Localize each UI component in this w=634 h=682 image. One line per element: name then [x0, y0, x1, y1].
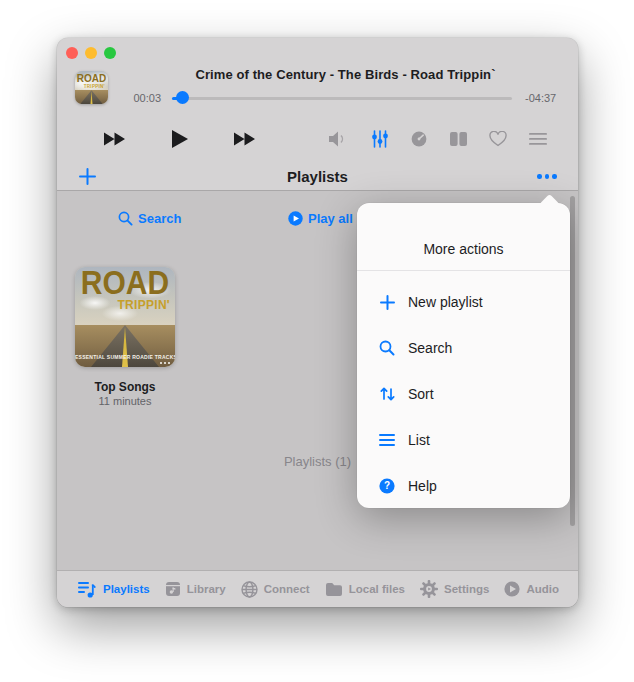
minimize-window-button[interactable] — [85, 47, 97, 59]
menu-item-search[interactable]: Search — [357, 325, 570, 371]
menu-item-help[interactable]: ? Help — [357, 463, 570, 509]
tab-playlists[interactable]: Playlists — [78, 581, 150, 598]
tab-label: Playlists — [103, 583, 150, 595]
play-all-label: Play all — [308, 211, 353, 226]
album-art-mini: ROAD TRIPPIN' — [75, 71, 108, 104]
svg-text:?: ? — [384, 480, 390, 491]
page-title: Playlists — [57, 168, 578, 185]
progress-slider[interactable] — [172, 97, 512, 100]
tab-local-files[interactable]: Local files — [325, 582, 405, 597]
tab-connect[interactable]: Connect — [241, 581, 310, 598]
playlist-duration: 11 minutes — [57, 395, 195, 407]
play-all-link[interactable]: Play all — [288, 211, 353, 226]
song-title: Crime of the Century - The Birds - Road … — [115, 67, 576, 82]
tab-settings[interactable]: Settings — [420, 580, 489, 598]
tab-label: Connect — [264, 583, 310, 595]
settings-gear-icon — [420, 580, 438, 598]
sort-icon — [378, 386, 396, 402]
bottom-tab-bar: Playlists Library Connect Local files — [57, 570, 578, 607]
elapsed-time: 00:03 — [127, 92, 161, 104]
menu-item-new-playlist[interactable]: New playlist — [357, 279, 570, 325]
search-icon — [378, 340, 396, 356]
search-link[interactable]: Search — [118, 211, 181, 226]
album-art-caption: ESSENTIAL SUMMER ROADIE TRACKS — [75, 354, 175, 360]
play-button[interactable] — [172, 130, 188, 148]
folder-icon — [325, 582, 343, 597]
playlist-name: Top Songs — [57, 380, 195, 394]
columns-view-icon[interactable] — [450, 132, 467, 146]
menu-item-label: List — [408, 432, 430, 448]
play-all-icon — [288, 211, 303, 226]
progress-knob[interactable] — [176, 91, 189, 104]
search-link-label: Search — [138, 211, 181, 226]
playlist-tile[interactable]: ROAD TRIPPIN' ESSENTIAL SUMMER ROADIE TR… — [75, 267, 175, 367]
tab-label: Audio — [526, 583, 559, 595]
menu-item-sort[interactable]: Sort — [357, 371, 570, 417]
queue-menu-icon[interactable] — [529, 133, 547, 145]
connect-globe-icon — [241, 581, 258, 598]
menu-item-label: Help — [408, 478, 437, 494]
search-icon — [118, 211, 133, 226]
menu-item-label: Sort — [408, 386, 434, 402]
menu-item-list[interactable]: List — [357, 417, 570, 463]
popover-title: More actions — [357, 203, 570, 271]
album-art-title: ROAD — [75, 267, 175, 299]
equalizer-icon[interactable] — [371, 130, 389, 148]
plus-icon — [378, 295, 396, 310]
audio-play-icon — [504, 581, 520, 597]
menu-item-label: New playlist — [408, 294, 483, 310]
tab-label: Library — [187, 583, 226, 595]
help-icon: ? — [378, 478, 396, 494]
more-actions-button[interactable] — [537, 174, 557, 179]
menu-item-label: Search — [408, 340, 452, 356]
next-button[interactable] — [234, 132, 256, 146]
tab-label: Settings — [444, 583, 489, 595]
library-icon — [165, 581, 181, 597]
album-art-title: ROAD — [75, 74, 108, 85]
favorite-heart-icon[interactable] — [489, 131, 507, 147]
playlists-icon — [78, 581, 97, 598]
album-art-subtitle: TRIPPIN' — [117, 298, 170, 312]
tab-label: Local files — [349, 583, 405, 595]
tab-audio[interactable]: Audio — [504, 581, 559, 597]
speed-gauge-icon[interactable] — [411, 131, 427, 147]
playlist-cover[interactable]: ROAD TRIPPIN' ESSENTIAL SUMMER ROADIE TR… — [75, 267, 175, 367]
previous-button[interactable] — [104, 132, 126, 146]
more-actions-popover: More actions New playlist Search Sort — [357, 203, 570, 508]
remaining-time: -04:37 — [525, 92, 556, 104]
tab-library[interactable]: Library — [165, 581, 226, 597]
close-window-button[interactable] — [66, 47, 78, 59]
app-window: ROAD TRIPPIN' Crime of the Century - The… — [57, 38, 578, 607]
card-more-icon[interactable] — [160, 362, 170, 364]
volume-icon[interactable] — [329, 131, 349, 147]
now-playing-artwork[interactable]: ROAD TRIPPIN' — [75, 71, 108, 104]
album-art: ROAD TRIPPIN' ESSENTIAL SUMMER ROADIE TR… — [75, 267, 175, 367]
content-scrollbar[interactable] — [570, 196, 575, 526]
album-art-subtitle: TRIPPIN' — [84, 84, 105, 89]
zoom-window-button[interactable] — [104, 47, 116, 59]
list-icon — [378, 434, 396, 446]
